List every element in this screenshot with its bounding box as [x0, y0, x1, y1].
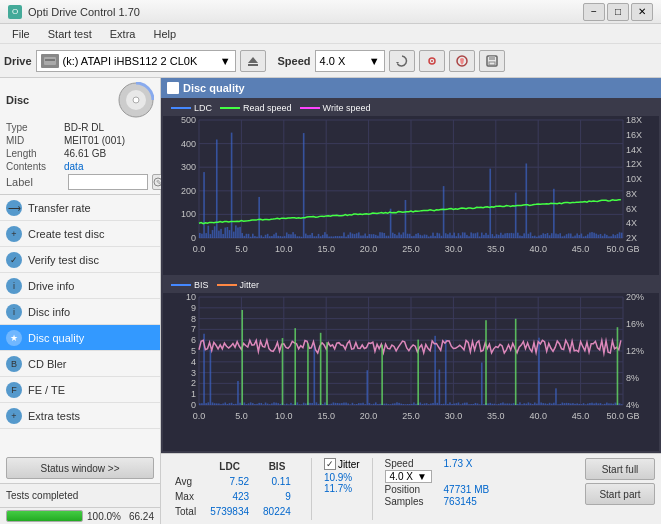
speed-label: Speed — [278, 55, 311, 67]
type-label: Type — [6, 122, 64, 133]
speed-select-row: 4.0 X ▼ — [385, 470, 490, 483]
legend-write: Write speed — [300, 103, 371, 113]
nav-disc-quality[interactable]: ★ Disc quality — [0, 325, 160, 351]
start-part-button[interactable]: Start part — [585, 483, 655, 505]
burn-button[interactable] — [449, 50, 475, 72]
maximize-button[interactable]: □ — [607, 3, 629, 21]
svg-point-13 — [133, 97, 139, 103]
refresh-button[interactable] — [389, 50, 415, 72]
mid-value: MEIT01 (001) — [64, 135, 125, 146]
stats-total-bis: 80224 — [257, 505, 297, 518]
chart-title: Disc quality — [183, 82, 245, 94]
nav-fe-te-label: FE / TE — [28, 384, 65, 396]
nav-create-test-disc[interactable]: + Create test disc — [0, 221, 160, 247]
stats-ldc-header: LDC — [204, 460, 255, 473]
progress-percent: 100.0% — [87, 511, 121, 522]
disc-quality-icon: ★ — [6, 330, 22, 346]
stats-empty-header — [169, 460, 202, 473]
progress-row: 100.0% 66.24 — [0, 507, 160, 524]
chart2-canvas — [163, 293, 659, 423]
label-input[interactable] — [68, 174, 148, 190]
chart1-canvas — [163, 116, 659, 256]
speed-select[interactable]: 4.0 X ▼ — [315, 50, 385, 72]
length-label: Length — [6, 148, 64, 159]
stats-bis-header: BIS — [257, 460, 297, 473]
main-content: Disc Type BD-R DL MID MEIT01 (001) Lengt… — [0, 78, 661, 524]
stats-avg-label: Avg — [169, 475, 202, 488]
sidebar: Disc Type BD-R DL MID MEIT01 (001) Lengt… — [0, 78, 161, 524]
nav-fe-te[interactable]: F FE / TE — [0, 377, 160, 403]
title-bar: O Opti Drive Control 1.70 − □ ✕ — [0, 0, 661, 24]
nav-transfer-rate[interactable]: ⟶ Transfer rate — [0, 195, 160, 221]
samples-value: 763145 — [444, 496, 477, 507]
start-buttons: Start full Start part — [585, 458, 655, 505]
jitter-checkbox[interactable] — [324, 458, 336, 470]
nav-verify-test-disc[interactable]: ✓ Verify test disc — [0, 247, 160, 273]
nav-items: ⟶ Transfer rate + Create test disc ✓ Ver… — [0, 195, 160, 453]
close-button[interactable]: ✕ — [631, 3, 653, 21]
samples-row: Samples 763145 — [385, 496, 490, 507]
label-label: Label — [6, 176, 64, 188]
jitter-color — [217, 284, 237, 286]
nav-disc-info[interactable]: i Disc info — [0, 299, 160, 325]
eject-button[interactable] — [240, 50, 266, 72]
position-label: Position — [385, 484, 440, 495]
svg-marker-4 — [396, 62, 399, 64]
disc-length-row: Length 46.61 GB — [6, 148, 154, 159]
progress-bar — [7, 511, 82, 521]
nav-extra-tests[interactable]: + Extra tests — [0, 403, 160, 429]
drive-select[interactable]: (k:) ATAPI iHBS112 2 CL0K ▼ — [36, 50, 236, 72]
settings-button[interactable] — [419, 50, 445, 72]
ldc-color — [171, 107, 191, 109]
save-button[interactable] — [479, 50, 505, 72]
start-full-button[interactable]: Start full — [585, 458, 655, 480]
create-test-disc-icon: + — [6, 226, 22, 242]
legend-ldc: LDC — [171, 103, 212, 113]
svg-rect-9 — [489, 56, 495, 60]
status-value: 66.24 — [129, 511, 154, 522]
speed-value: 4.0 X — [320, 55, 346, 67]
chart2-legend: BIS Jitter — [163, 277, 659, 293]
chart1-legend: LDC Read speed Write speed — [163, 100, 659, 116]
nav-drive-info[interactable]: i Drive info — [0, 273, 160, 299]
nav-transfer-rate-label: Transfer rate — [28, 202, 91, 214]
svg-marker-2 — [248, 57, 258, 63]
drive-value: (k:) ATAPI iHBS112 2 CL0K — [63, 55, 198, 67]
drive-icon — [41, 54, 59, 68]
legend-jitter: Jitter — [217, 280, 260, 290]
contents-value: data — [64, 161, 83, 172]
stats-total-label: Total — [169, 505, 202, 518]
legend-bis: BIS — [171, 280, 209, 290]
disc-graphic — [118, 82, 154, 118]
stats-divider1 — [311, 458, 312, 520]
svg-point-6 — [431, 60, 433, 62]
drive-label: Drive — [4, 55, 32, 67]
extra-tests-icon: + — [6, 408, 22, 424]
disc-header: Disc — [6, 82, 154, 118]
speed-header-row: Speed 1.73 X — [385, 458, 490, 469]
status-window-button[interactable]: Status window >> — [6, 457, 154, 479]
menu-start-test[interactable]: Start test — [40, 26, 100, 42]
disc-type-row: Type BD-R DL — [6, 122, 154, 133]
toolbar: Drive (k:) ATAPI iHBS112 2 CL0K ▼ Speed … — [0, 44, 661, 78]
menu-help[interactable]: Help — [145, 26, 184, 42]
contents-label: Contents — [6, 161, 64, 172]
nav-verify-test-disc-label: Verify test disc — [28, 254, 99, 266]
disc-title: Disc — [6, 94, 29, 106]
nav-cd-bler[interactable]: B CD Bler — [0, 351, 160, 377]
legend1: LDC Read speed Write speed — [167, 101, 374, 115]
speed-dropdown[interactable]: 4.0 X ▼ — [385, 470, 432, 483]
charts-area: LDC Read speed Write speed — [161, 98, 661, 453]
nav-disc-info-label: Disc info — [28, 306, 70, 318]
stats-max-ldc: 423 — [204, 490, 255, 503]
chart-header-icon — [167, 82, 179, 94]
chart1-wrapper: LDC Read speed Write speed — [163, 100, 659, 275]
stats-max-bis: 9 — [257, 490, 297, 503]
mid-label: MID — [6, 135, 64, 146]
read-color — [220, 107, 240, 109]
menu-extra[interactable]: Extra — [102, 26, 144, 42]
nav-extra-tests-label: Extra tests — [28, 410, 80, 422]
minimize-button[interactable]: − — [583, 3, 605, 21]
status-text: Tests completed — [6, 490, 78, 501]
menu-file[interactable]: File — [4, 26, 38, 42]
